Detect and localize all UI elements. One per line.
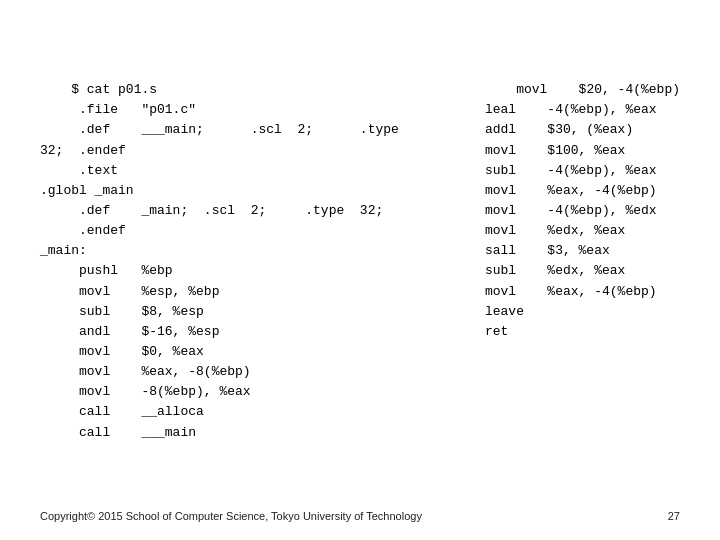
copyright-text: Copyright© 2015 School of Computer Scien… [40,510,422,522]
right-code-text: movl $20, -4(%ebp) leal -4(%ebp), %eax a… [485,82,680,339]
page-number: 27 [668,510,680,522]
right-code-block: movl $20, -4(%ebp) leal -4(%ebp), %eax a… [485,60,680,463]
left-code-text: $ cat p01.s .file "p01.c" .def ___main; … [40,82,399,439]
left-code-block: $ cat p01.s .file "p01.c" .def ___main; … [40,60,445,463]
